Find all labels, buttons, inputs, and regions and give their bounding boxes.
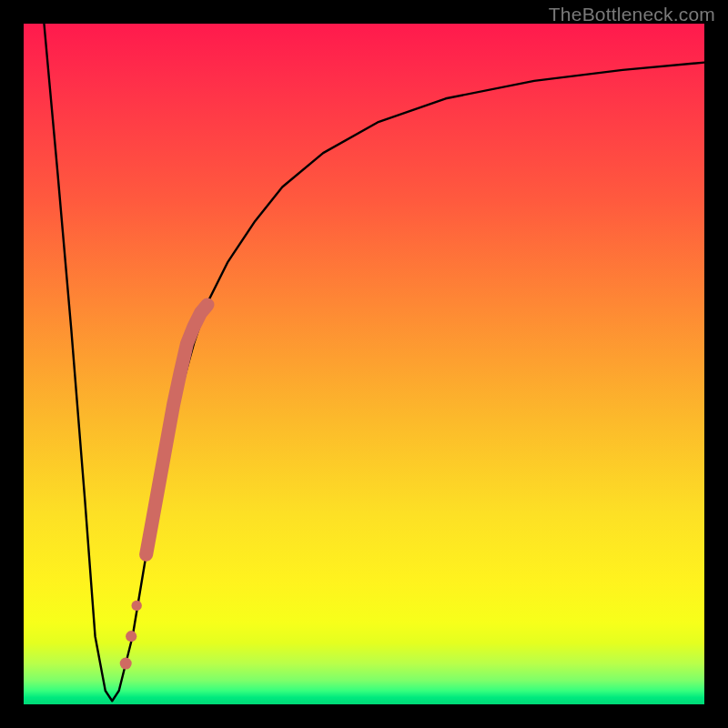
highlight-segment-group bbox=[147, 305, 207, 555]
highlight-dot bbox=[131, 601, 141, 611]
highlight-segment bbox=[147, 305, 207, 555]
highlight-dot bbox=[126, 631, 136, 642]
highlight-dot bbox=[120, 658, 132, 670]
chart-svg bbox=[24, 24, 704, 704]
bottleneck-curve-path bbox=[44, 24, 704, 701]
bottleneck-curve-line bbox=[44, 24, 704, 701]
chart-frame: TheBottleneck.com bbox=[0, 0, 728, 728]
watermark-text: TheBottleneck.com bbox=[549, 4, 715, 25]
plot-area bbox=[24, 24, 704, 704]
highlight-dots-lower-group bbox=[120, 601, 142, 670]
